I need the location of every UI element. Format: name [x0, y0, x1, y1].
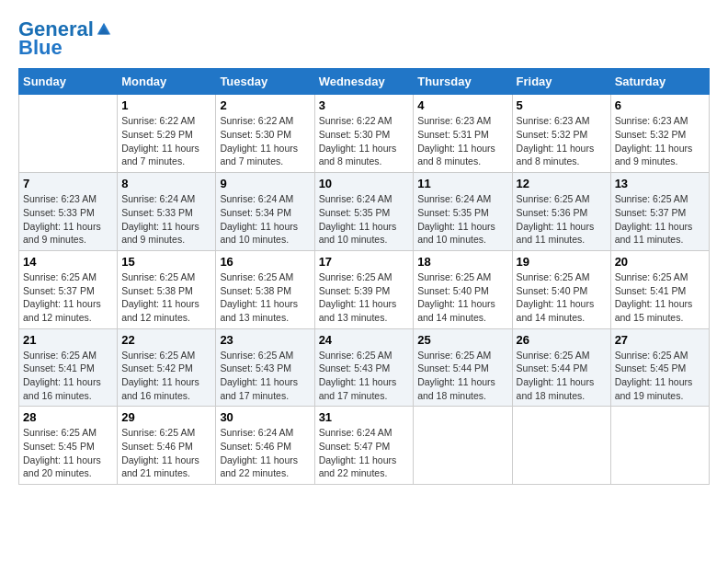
day-number: 3 — [319, 98, 410, 112]
day-number: 11 — [417, 177, 507, 190]
calendar-cell: 13Sunrise: 6:25 AM Sunset: 5:37 PM Dayli… — [610, 173, 709, 251]
day-info: Sunrise: 6:24 AM Sunset: 5:47 PM Dayligh… — [319, 426, 410, 480]
day-info: Sunrise: 6:25 AM Sunset: 5:37 PM Dayligh… — [23, 270, 113, 325]
calendar-cell — [19, 95, 118, 173]
day-number: 13 — [615, 177, 705, 190]
day-number: 30 — [220, 410, 310, 424]
day-info: Sunrise: 6:25 AM Sunset: 5:45 PM Dayligh… — [615, 349, 705, 403]
day-number: 5 — [517, 98, 607, 112]
week-row-2: 14Sunrise: 6:25 AM Sunset: 5:37 PM Dayli… — [19, 250, 710, 328]
header-day-friday: Friday — [512, 69, 610, 95]
day-number: 28 — [23, 410, 113, 424]
page-header: General Blue — [18, 18, 710, 59]
day-number: 6 — [615, 98, 705, 112]
day-number: 10 — [319, 177, 410, 190]
day-info: Sunrise: 6:25 AM Sunset: 5:46 PM Dayligh… — [121, 426, 211, 480]
calendar-cell: 10Sunrise: 6:24 AM Sunset: 5:35 PM Dayli… — [314, 173, 414, 251]
day-info: Sunrise: 6:25 AM Sunset: 5:44 PM Dayligh… — [417, 349, 507, 403]
logo-icon — [96, 21, 112, 38]
day-info: Sunrise: 6:22 AM Sunset: 5:30 PM Dayligh… — [319, 114, 410, 168]
day-info: Sunrise: 6:24 AM Sunset: 5:33 PM Dayligh… — [121, 192, 211, 247]
calendar-cell: 2Sunrise: 6:22 AM Sunset: 5:30 PM Daylig… — [216, 95, 314, 173]
day-info: Sunrise: 6:25 AM Sunset: 5:43 PM Dayligh… — [220, 349, 310, 403]
header-day-saturday: Saturday — [610, 69, 709, 95]
day-info: Sunrise: 6:25 AM Sunset: 5:37 PM Dayligh… — [615, 192, 705, 247]
day-number: 19 — [517, 255, 607, 269]
day-number: 27 — [615, 333, 705, 347]
day-info: Sunrise: 6:25 AM Sunset: 5:42 PM Dayligh… — [121, 349, 211, 403]
day-number: 1 — [121, 98, 211, 112]
calendar-cell: 15Sunrise: 6:25 AM Sunset: 5:38 PM Dayli… — [118, 250, 216, 328]
day-info: Sunrise: 6:24 AM Sunset: 5:35 PM Dayligh… — [417, 192, 507, 247]
calendar-cell: 4Sunrise: 6:23 AM Sunset: 5:31 PM Daylig… — [414, 95, 512, 173]
calendar-cell: 26Sunrise: 6:25 AM Sunset: 5:44 PM Dayli… — [512, 328, 610, 407]
calendar-cell: 23Sunrise: 6:25 AM Sunset: 5:43 PM Dayli… — [216, 328, 314, 407]
calendar-cell: 17Sunrise: 6:25 AM Sunset: 5:39 PM Dayli… — [314, 250, 414, 328]
day-number: 18 — [417, 255, 507, 269]
logo: General Blue — [18, 18, 112, 59]
calendar-cell — [414, 407, 512, 485]
calendar-cell: 14Sunrise: 6:25 AM Sunset: 5:37 PM Dayli… — [19, 250, 118, 328]
day-number: 12 — [517, 177, 607, 190]
header-row: SundayMondayTuesdayWednesdayThursdayFrid… — [19, 69, 710, 95]
day-number: 2 — [220, 98, 310, 112]
day-info: Sunrise: 6:24 AM Sunset: 5:46 PM Dayligh… — [220, 426, 310, 480]
calendar-cell: 6Sunrise: 6:23 AM Sunset: 5:32 PM Daylig… — [610, 95, 709, 173]
week-row-1: 7Sunrise: 6:23 AM Sunset: 5:33 PM Daylig… — [19, 173, 710, 251]
calendar-cell: 31Sunrise: 6:24 AM Sunset: 5:47 PM Dayli… — [314, 407, 414, 485]
calendar-cell: 25Sunrise: 6:25 AM Sunset: 5:44 PM Dayli… — [414, 328, 512, 407]
day-number: 14 — [23, 255, 113, 269]
day-number: 16 — [220, 255, 310, 269]
calendar-cell: 18Sunrise: 6:25 AM Sunset: 5:40 PM Dayli… — [414, 250, 512, 328]
calendar-cell — [512, 407, 610, 485]
day-info: Sunrise: 6:25 AM Sunset: 5:38 PM Dayligh… — [121, 270, 211, 325]
calendar-cell: 28Sunrise: 6:25 AM Sunset: 5:45 PM Dayli… — [19, 407, 118, 485]
day-number: 20 — [615, 255, 705, 269]
week-row-0: 1Sunrise: 6:22 AM Sunset: 5:29 PM Daylig… — [19, 95, 710, 173]
calendar-cell: 1Sunrise: 6:22 AM Sunset: 5:29 PM Daylig… — [118, 95, 216, 173]
day-number: 22 — [121, 333, 211, 347]
calendar-cell: 21Sunrise: 6:25 AM Sunset: 5:41 PM Dayli… — [19, 328, 118, 407]
header-day-wednesday: Wednesday — [314, 69, 414, 95]
day-number: 23 — [220, 333, 310, 347]
day-number: 4 — [417, 98, 507, 112]
day-info: Sunrise: 6:25 AM Sunset: 5:45 PM Dayligh… — [23, 426, 113, 480]
calendar-cell: 9Sunrise: 6:24 AM Sunset: 5:34 PM Daylig… — [216, 173, 314, 251]
day-info: Sunrise: 6:25 AM Sunset: 5:38 PM Dayligh… — [220, 270, 310, 325]
day-number: 9 — [220, 177, 310, 190]
day-number: 25 — [417, 333, 507, 347]
calendar-cell: 12Sunrise: 6:25 AM Sunset: 5:36 PM Dayli… — [512, 173, 610, 251]
calendar-cell: 3Sunrise: 6:22 AM Sunset: 5:30 PM Daylig… — [314, 95, 414, 173]
calendar-cell — [610, 407, 709, 485]
day-number: 24 — [319, 333, 410, 347]
header-day-sunday: Sunday — [19, 69, 118, 95]
day-number: 7 — [23, 177, 113, 190]
calendar-cell: 24Sunrise: 6:25 AM Sunset: 5:43 PM Dayli… — [314, 328, 414, 407]
day-info: Sunrise: 6:25 AM Sunset: 5:40 PM Dayligh… — [417, 270, 507, 325]
week-row-4: 28Sunrise: 6:25 AM Sunset: 5:45 PM Dayli… — [19, 407, 710, 485]
day-info: Sunrise: 6:25 AM Sunset: 5:36 PM Dayligh… — [517, 192, 607, 247]
day-number: 26 — [517, 333, 607, 347]
day-number: 31 — [319, 410, 410, 424]
header-day-monday: Monday — [118, 69, 216, 95]
calendar-table: SundayMondayTuesdayWednesdayThursdayFrid… — [18, 68, 710, 485]
day-info: Sunrise: 6:25 AM Sunset: 5:40 PM Dayligh… — [517, 270, 607, 325]
calendar-cell: 29Sunrise: 6:25 AM Sunset: 5:46 PM Dayli… — [118, 407, 216, 485]
calendar-cell: 20Sunrise: 6:25 AM Sunset: 5:41 PM Dayli… — [610, 250, 709, 328]
calendar-cell: 5Sunrise: 6:23 AM Sunset: 5:32 PM Daylig… — [512, 95, 610, 173]
calendar-cell: 22Sunrise: 6:25 AM Sunset: 5:42 PM Dayli… — [118, 328, 216, 407]
day-info: Sunrise: 6:25 AM Sunset: 5:41 PM Dayligh… — [23, 349, 113, 403]
week-row-3: 21Sunrise: 6:25 AM Sunset: 5:41 PM Dayli… — [19, 328, 710, 407]
day-info: Sunrise: 6:25 AM Sunset: 5:44 PM Dayligh… — [517, 349, 607, 403]
header-day-thursday: Thursday — [414, 69, 512, 95]
day-info: Sunrise: 6:22 AM Sunset: 5:29 PM Dayligh… — [121, 114, 211, 168]
day-number: 21 — [23, 333, 113, 347]
day-info: Sunrise: 6:22 AM Sunset: 5:30 PM Dayligh… — [220, 114, 310, 168]
day-info: Sunrise: 6:25 AM Sunset: 5:41 PM Dayligh… — [615, 270, 705, 325]
calendar-cell: 16Sunrise: 6:25 AM Sunset: 5:38 PM Dayli… — [216, 250, 314, 328]
calendar-cell: 7Sunrise: 6:23 AM Sunset: 5:33 PM Daylig… — [19, 173, 118, 251]
day-info: Sunrise: 6:23 AM Sunset: 5:31 PM Dayligh… — [417, 114, 507, 168]
day-info: Sunrise: 6:23 AM Sunset: 5:33 PM Dayligh… — [23, 192, 113, 247]
day-info: Sunrise: 6:25 AM Sunset: 5:43 PM Dayligh… — [319, 349, 410, 403]
calendar-cell: 19Sunrise: 6:25 AM Sunset: 5:40 PM Dayli… — [512, 250, 610, 328]
